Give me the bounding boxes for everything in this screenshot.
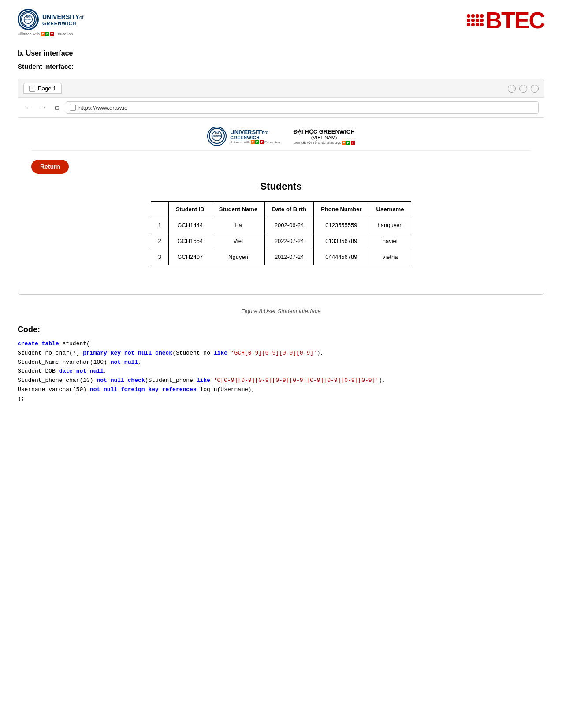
code-line: create table student( [18, 340, 544, 349]
btec-dot [476, 14, 479, 18]
td-name: Viet [212, 233, 264, 249]
code-part-kw: not null [111, 359, 138, 366]
btec-dot [480, 19, 484, 22]
emblem-inner: UNI GREENWICH [20, 11, 37, 28]
btec-text: BTEC [485, 9, 544, 32]
btec-dot [471, 19, 475, 22]
td-num: 2 [151, 233, 168, 249]
browser-content: UNI GREENWICH UNIVERSITYof GREENWICH All… [18, 118, 544, 294]
btec-dot [480, 14, 484, 18]
window-control-close[interactable] [531, 85, 539, 93]
col-student-id: Student ID [168, 202, 212, 217]
window-control-maximize[interactable] [519, 85, 527, 93]
table-row: 3GCH2407Nguyen2012-07-240444456789vietha [151, 249, 411, 265]
university-name: UNIVERSITYof [42, 13, 83, 20]
td-name: Ha [212, 217, 264, 233]
figure-caption: Figure 8:User Student interface [18, 308, 544, 314]
code-part-kw: not null [97, 377, 124, 384]
bh-dai-fpt-t: T [351, 141, 355, 145]
browser-mockup: Page 1 ← → C https://www.draw.io [18, 79, 544, 295]
refresh-button[interactable]: C [52, 102, 62, 113]
code-part-kw: create table [18, 340, 59, 347]
code-part-plain [227, 350, 231, 356]
svg-text:UNI: UNI [26, 16, 30, 18]
td-username: vietha [369, 249, 411, 265]
btec-dot [467, 19, 470, 22]
code-line: ); [18, 395, 544, 404]
td-username: haviet [369, 233, 411, 249]
code-part-plain [152, 350, 155, 356]
students-title: Students [31, 181, 531, 192]
university-logo-block: UNI GREENWICH UNIVERSITYof GREENWICH All… [18, 9, 83, 36]
td-id: GCH1554 [168, 233, 212, 249]
code-part-kw: not null [76, 368, 104, 374]
code-part-plain: Username varchar(50) [18, 386, 90, 393]
code-part-str: '0[0-9][0-9][0-9][0-9][0-9][0-9][0-9][0-… [214, 377, 379, 384]
svg-text:UNI: UNI [215, 132, 219, 134]
code-part-kw: like [214, 350, 227, 356]
browser-inner-header: UNI GREENWICH UNIVERSITYof GREENWICH All… [31, 127, 531, 151]
alliance-text: Alliance with FPT Education [18, 32, 83, 36]
btec-dot [480, 23, 484, 26]
browser-titlebar: Page 1 [18, 79, 544, 98]
section-subheading: Student interface: [18, 63, 544, 70]
bh-university: UNI GREENWICH UNIVERSITYof GREENWICH All… [207, 127, 280, 146]
code-line: Student_DOB date not null, [18, 367, 544, 376]
window-control-minimize[interactable] [508, 85, 516, 93]
bh-logo-inner: UNI GREENWICH [208, 127, 225, 145]
code-block: create table student(Student_no char(7) … [18, 340, 544, 404]
university-emblem: UNI GREENWICH [18, 9, 39, 30]
bh-fpt-badge: FPT [251, 140, 264, 144]
code-part-str: 'GCH[0-9][0-9][0-9][0-9]' [231, 350, 317, 356]
bh-univ-sub: GREENWICH [230, 135, 280, 140]
bh-logo-circle: UNI GREENWICH [207, 127, 227, 146]
forward-button[interactable]: → [37, 102, 48, 113]
code-line: Student_no char(7) primary key not null … [18, 349, 544, 358]
back-button[interactable]: ← [23, 102, 34, 113]
code-part-plain [159, 386, 162, 393]
browser-tab[interactable]: Page 1 [23, 83, 62, 94]
td-dob: 2022-07-24 [265, 233, 314, 249]
td-dob: 2002-06-24 [265, 217, 314, 233]
bh-fpt-f: F [251, 140, 255, 144]
bh-dai-hoc: ĐẠI HỌC GREENWICH (VIỆT NAM) Liên kết vớ… [294, 128, 355, 145]
bh-dai-title: ĐẠI HỌC GREENWICH [294, 128, 355, 135]
btec-dot [476, 23, 479, 26]
code-part-kw: like [197, 377, 210, 384]
tab-label: Page 1 [38, 85, 56, 92]
fpt-badge: FPT [41, 32, 54, 36]
col-num [151, 202, 168, 217]
code-part-kw: references [162, 386, 197, 393]
bh-dai-fpt-badge: FPT [342, 141, 355, 145]
code-part-kw: date [59, 368, 73, 374]
bh-fpt-p: P [255, 140, 259, 144]
td-num: 1 [151, 217, 168, 233]
students-table: Student ID Student Name Date of Birth Ph… [151, 201, 412, 265]
code-part-plain: (Student_no [172, 350, 214, 356]
code-part-kw: not null [90, 386, 117, 393]
code-line: Username varchar(50) not null foreign ke… [18, 385, 544, 395]
code-part-plain [210, 377, 214, 384]
svg-text:GREENWICH: GREENWICH [23, 19, 33, 21]
td-id: GCH1444 [168, 217, 212, 233]
td-phone: 0123555559 [314, 217, 369, 233]
td-num: 3 [151, 249, 168, 265]
return-button[interactable]: Return [31, 160, 69, 174]
address-bar[interactable]: https://www.draw.io [66, 101, 539, 114]
table-header-row: Student ID Student Name Date of Birth Ph… [151, 202, 411, 217]
code-part-plain [121, 350, 124, 356]
university-logo: UNI GREENWICH UNIVERSITYof GREENWICH [18, 9, 83, 30]
bh-dai-fpt-f: F [342, 141, 346, 145]
td-username: hanguyen [369, 217, 411, 233]
code-part-plain: ); [18, 396, 25, 402]
td-phone: 0444456789 [314, 249, 369, 265]
td-id: GCH2407 [168, 249, 212, 265]
btec-dot [471, 23, 475, 26]
tab-icon [29, 86, 35, 92]
bh-fpt-t: T [260, 140, 264, 144]
btec-dot [467, 14, 470, 18]
bh-univ-name: UNIVERSITYof [230, 129, 280, 135]
table-row: 2GCH1554Viet2022-07-240133356789haviet [151, 233, 411, 249]
svg-text:GREENWICH: GREENWICH [212, 135, 223, 137]
code-line: Student_phone char(10) not null check(St… [18, 376, 544, 385]
